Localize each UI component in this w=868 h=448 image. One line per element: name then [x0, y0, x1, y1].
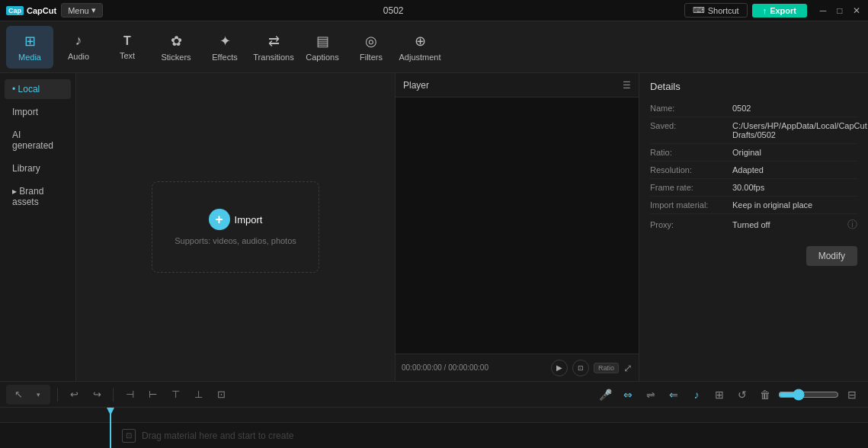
detail-row-name: Name: 0502 — [650, 100, 857, 117]
titlebar-left: Cap CapCut Menu ▾ — [6, 3, 103, 18]
titlebar: Cap CapCut Menu ▾ 0502 ⌨ Shortcut ↑ Expo… — [0, 0, 868, 21]
toolbar-audio[interactable]: ♪ Audio — [55, 26, 102, 69]
detail-label-import-material: Import material: — [650, 200, 726, 210]
play-button[interactable]: ▶ — [551, 360, 568, 376]
sidebar-item-ai-generated[interactable]: AI generated — [5, 125, 71, 155]
split-button[interactable]: ⊣ — [120, 386, 139, 404]
transitions-label: Transitions — [253, 53, 293, 62]
separator-2 — [113, 388, 114, 402]
crop-end-button[interactable]: ⊥ — [189, 386, 207, 404]
titlebar-right: ⌨ Shortcut ↑ Export ─ □ ✕ — [684, 3, 862, 18]
sidebar-item-brand-assets[interactable]: ▸ Brand assets — [5, 181, 71, 212]
audio-track-button[interactable]: ♪ — [687, 385, 706, 405]
crop-start-button[interactable]: ⊤ — [166, 386, 184, 404]
import-sub-text: Supports: videos, audios, photos — [175, 236, 296, 245]
sidebar-item-library[interactable]: Library — [5, 158, 71, 178]
split-audio-button[interactable]: ⊢ — [143, 386, 162, 404]
toolbar-transitions[interactable]: ⇄ Transitions — [250, 26, 297, 69]
sidebar-item-local[interactable]: • Local — [5, 79, 71, 99]
subtitles-button[interactable]: ⊞ — [709, 385, 729, 405]
title-center: 0502 — [383, 5, 404, 16]
import-plus-icon: + — [209, 209, 230, 230]
delete-button[interactable]: ⊡ — [212, 386, 230, 404]
track-merge-button[interactable]: ⇐ — [664, 385, 684, 405]
track-split-button[interactable]: ⇌ — [641, 385, 661, 405]
timecode-display: 00:00:00:00 / 00:00:00:00 — [402, 363, 546, 372]
details-title: Details — [650, 81, 857, 92]
toolbar-filters[interactable]: ◎ Filters — [348, 26, 395, 69]
audio-icon: ♪ — [75, 33, 82, 49]
toolbar-captions[interactable]: ▤ Captions — [299, 26, 346, 69]
detail-row-saved: Saved: C:/Users/HP/AppData/Local/CapCut … — [650, 117, 857, 144]
ratio-badge[interactable]: Ratio — [594, 363, 619, 373]
window-controls: ─ □ ✕ — [818, 5, 862, 16]
player-menu-icon[interactable]: ☰ — [623, 80, 631, 91]
effects-label: Effects — [212, 53, 237, 62]
detail-label-proxy: Proxy: — [650, 220, 726, 229]
detail-row-proxy: Proxy: Turned off ⓘ — [650, 214, 857, 235]
adjustment-label: Adjustment — [399, 53, 440, 62]
filters-label: Filters — [360, 53, 383, 62]
audio-label: Audio — [68, 52, 89, 61]
captions-label: Captions — [306, 53, 338, 62]
detail-label-resolution: Resolution: — [650, 165, 726, 174]
player-viewport — [396, 98, 639, 354]
timeline-ruler — [0, 408, 868, 423]
timeline-area: ⊡ Drag material here and start to create — [0, 408, 868, 448]
detail-value-proxy: Turned off — [732, 220, 841, 229]
media-panel: + Import Supports: videos, audios, photo… — [76, 73, 396, 381]
text-label: Text — [120, 51, 135, 60]
export-button[interactable]: ↑ Export — [752, 4, 807, 18]
minimize-button[interactable]: ─ — [818, 5, 828, 16]
drop-icon: ⊡ — [122, 429, 136, 443]
sidebar-item-import[interactable]: Import — [5, 102, 71, 122]
detail-value-import-material: Keep in original place — [732, 200, 857, 210]
toolbar: ⊞ Media ♪ Audio T Text ✿ Stickers ✦ Effe… — [0, 21, 868, 73]
zoom-slider[interactable] — [778, 389, 839, 401]
main-area: • Local Import AI generated Library ▸ Br… — [0, 73, 868, 381]
menu-button[interactable]: Menu ▾ — [61, 3, 103, 18]
timeline-right-controls: 🎤 ⇔ ⇌ ⇐ ♪ ⊞ ↺ 🗑 ⊟ — [595, 385, 862, 405]
detail-row-resolution: Resolution: Adapted — [650, 162, 857, 179]
app-logo: Cap CapCut — [6, 6, 56, 15]
redo-button[interactable]: ↪ — [88, 386, 106, 404]
cursor-selector: ↖ ▾ — [6, 385, 50, 405]
import-area[interactable]: + Import Supports: videos, audios, photo… — [152, 181, 319, 273]
cursor-dropdown-button[interactable]: ▾ — [29, 386, 47, 404]
timeline-controls-bar: ↖ ▾ ↩ ↪ ⊣ ⊢ ⊤ ⊥ ⊡ 🎤 ⇔ ⇌ ⇐ ♪ ⊞ ↺ 🗑 ⊟ — [0, 382, 868, 408]
media-icon: ⊞ — [24, 33, 36, 50]
audio-record-button[interactable]: 🎤 — [595, 385, 615, 405]
maximize-button[interactable]: □ — [834, 5, 845, 16]
proxy-info-icon[interactable]: ⓘ — [847, 218, 857, 232]
player-controls: 00:00:00:00 / 00:00:00:00 ▶ ⊡ Ratio ⤢ — [396, 354, 639, 381]
text-icon: T — [123, 34, 131, 48]
trash-button[interactable]: 🗑 — [755, 385, 775, 405]
sidebar: • Local Import AI generated Library ▸ Br… — [0, 73, 76, 381]
detail-label-saved: Saved: — [650, 121, 726, 139]
track-link-button[interactable]: ⇔ — [618, 385, 638, 405]
import-label: + Import — [209, 209, 263, 230]
transitions-icon: ⇄ — [268, 33, 280, 50]
toolbar-text[interactable]: T Text — [104, 26, 151, 69]
zoom-fit-button[interactable]: ⊟ — [842, 385, 862, 405]
toolbar-adjustment[interactable]: ⊕ Adjustment — [396, 26, 444, 69]
expand-player-button[interactable]: ⤢ — [623, 362, 633, 374]
fullscreen-fit-button[interactable]: ⊡ — [572, 360, 589, 376]
close-button[interactable]: ✕ — [851, 5, 862, 16]
cursor-tool-button[interactable]: ↖ — [9, 386, 27, 404]
captions-icon: ▤ — [316, 33, 329, 50]
separator-1 — [57, 388, 58, 402]
undo-button[interactable]: ↩ — [65, 386, 83, 404]
toolbar-stickers[interactable]: ✿ Stickers — [152, 26, 200, 69]
toolbar-effects[interactable]: ✦ Effects — [201, 26, 248, 69]
modify-button[interactable]: Modify — [806, 246, 857, 266]
shortcut-button[interactable]: ⌨ Shortcut — [684, 3, 748, 18]
app-name: CapCut — [27, 6, 56, 15]
toolbar-media[interactable]: ⊞ Media — [6, 26, 53, 69]
detail-value-framerate: 30.00fps — [732, 183, 857, 192]
undo2-button[interactable]: ↺ — [732, 385, 752, 405]
stickers-icon: ✿ — [171, 33, 182, 50]
detail-value-saved: C:/Users/HP/AppData/Local/CapCut Drafts/… — [732, 121, 867, 139]
effects-icon: ✦ — [219, 33, 231, 50]
detail-label-name: Name: — [650, 104, 726, 113]
